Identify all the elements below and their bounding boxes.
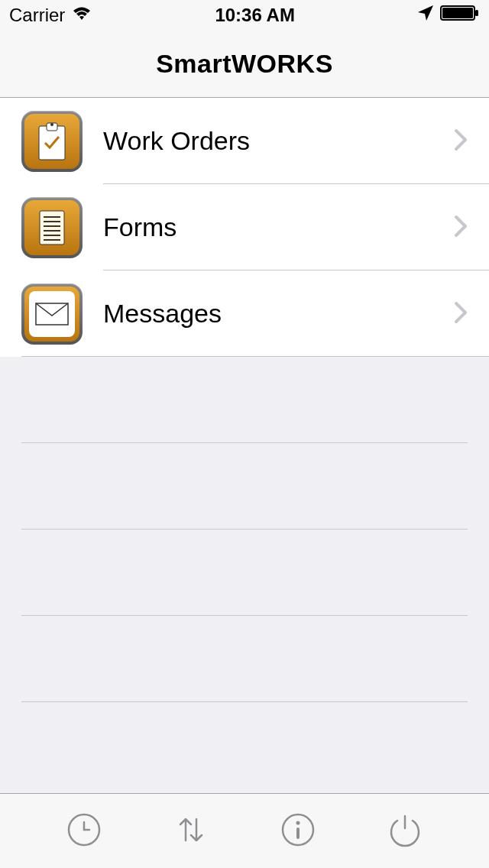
svg-point-16 <box>296 821 300 824</box>
location-icon <box>417 5 434 26</box>
tab-clock[interactable] <box>63 810 105 853</box>
menu-list: Work Orders Forms <box>0 98 489 357</box>
chevron-right-icon <box>454 128 468 154</box>
status-time: 10:36 AM <box>215 5 294 26</box>
page-title: SmartWORKS <box>156 49 333 79</box>
chevron-right-icon <box>454 215 468 241</box>
svg-rect-3 <box>39 126 65 160</box>
svg-rect-1 <box>442 8 473 18</box>
menu-item-work-orders[interactable]: Work Orders <box>0 98 489 184</box>
clock-icon <box>66 811 102 851</box>
clipboard-icon <box>21 111 83 172</box>
empty-row <box>21 702 468 789</box>
chevron-right-icon <box>454 301 468 327</box>
empty-row <box>21 443 468 530</box>
status-bar: Carrier 10:36 AM <box>0 0 489 31</box>
menu-item-forms[interactable]: Forms <box>0 184 489 270</box>
tab-sync[interactable] <box>170 810 212 853</box>
battery-icon <box>440 5 480 26</box>
svg-rect-2 <box>475 10 478 16</box>
menu-item-label: Work Orders <box>103 126 454 156</box>
svg-point-5 <box>50 123 53 126</box>
menu-item-messages[interactable]: Messages <box>0 270 489 357</box>
svg-rect-17 <box>296 828 300 839</box>
wifi-icon <box>71 5 92 26</box>
document-icon <box>21 197 83 258</box>
power-icon <box>387 811 423 851</box>
nav-bar: SmartWORKS <box>0 31 489 98</box>
empty-rows <box>0 357 489 789</box>
carrier-label: Carrier <box>9 5 65 26</box>
envelope-icon <box>21 283 83 345</box>
tab-bar <box>0 793 489 868</box>
tab-power[interactable] <box>384 810 426 853</box>
empty-row <box>21 616 468 702</box>
sync-icon <box>173 811 209 851</box>
info-icon <box>280 811 316 851</box>
empty-row <box>21 357 468 443</box>
menu-item-label: Forms <box>103 212 454 242</box>
empty-row <box>21 530 468 616</box>
menu-item-label: Messages <box>103 299 454 329</box>
tab-info[interactable] <box>277 810 319 853</box>
